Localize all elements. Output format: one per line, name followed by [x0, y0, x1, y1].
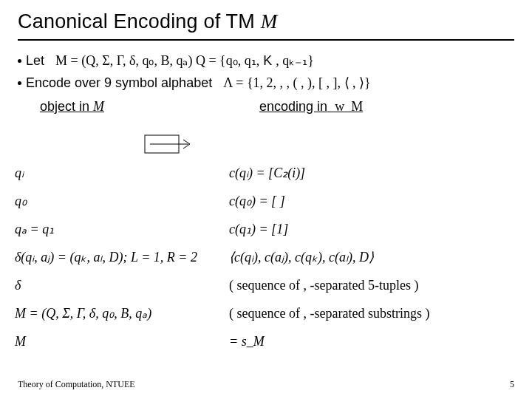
col2-header-tail: w_M — [335, 99, 363, 114]
table-row: M = s_M — [15, 327, 517, 355]
row-left: qₐ = q₁ — [15, 221, 229, 237]
col1-header-M: M — [93, 99, 104, 114]
row-right: = s_M — [229, 334, 517, 349]
bullet-2: Encode over 9 symbol alphabet Λ = {1, 2,… — [18, 73, 514, 94]
row-right: ⟨c(qᵢ), c(aⱼ), c(qₖ), c(aₗ), D⟩ — [229, 249, 517, 265]
row-right: c(q₁) = [1] — [229, 221, 517, 237]
table-row: M = (Q, Σ, Γ, δ, q₀, B, qₐ) ( sequence o… — [15, 299, 517, 327]
bullet-2-content: Encode over 9 symbol alphabet Λ = {1, 2,… — [26, 73, 371, 94]
bullet-dot-icon — [18, 59, 21, 63]
bullet-list: Let M = (Q, Σ, Γ, δ, q₀, B, qₐ) Q = {q₀,… — [18, 51, 514, 117]
title-M: M — [261, 10, 278, 33]
col1-header-text: object in — [40, 99, 93, 114]
row-left: qᵢ — [15, 165, 229, 181]
table-row: q₀ c(q₀) = [ ] — [15, 187, 517, 215]
title-text: Canonical Encoding of TM — [18, 10, 261, 33]
table-row: qᵢ c(qᵢ) = [C₂(i)] — [15, 159, 517, 187]
encoding-table: qᵢ c(qᵢ) = [C₂(i)] q₀ c(q₀) = [ ] qₐ = q… — [15, 159, 517, 355]
row-left: δ(qᵢ, aⱼ) = (qₖ, aₗ, D); L = 1, R = 2 — [15, 249, 229, 265]
bullet-2-math: Λ = {1, 2, , , ( , ), [ , ], ⟨ , ⟩} — [223, 75, 371, 90]
row-left: δ — [15, 278, 229, 293]
bullet-1-text: Let — [26, 53, 44, 68]
footer-left: Theory of Computation, NTUEE — [18, 379, 135, 390]
bullet-dot-icon — [18, 81, 21, 85]
table-row: δ ( sequence of , -separated 5-tuples ) — [15, 271, 517, 299]
row-right: ( sequence of , -separated 5-tuples ) — [229, 278, 517, 293]
row-left: M = (Q, Σ, Γ, δ, q₀, B, qₐ) — [15, 305, 229, 321]
bullet-1-math-tail: , qₖ₋₁} — [276, 53, 314, 68]
bullet-1-K: K — [263, 53, 272, 68]
row-right: ( sequence of , -separated substrings ) — [229, 306, 517, 321]
slide: Canonical Encoding of TM M Let M = (Q, Σ… — [0, 0, 532, 399]
bullet-1: Let M = (Q, Σ, Γ, δ, q₀, B, qₐ) Q = {q₀,… — [18, 51, 514, 72]
col1-header: object in M — [40, 97, 104, 117]
bullet-2-text: Encode over 9 symbol alphabet — [26, 75, 212, 90]
table-row: δ(qᵢ, aⱼ) = (qₖ, aₗ, D); L = 1, R = 2 ⟨c… — [15, 243, 517, 271]
arrow-icon — [144, 134, 196, 154]
row-right: c(q₀) = [ ] — [229, 193, 517, 209]
row-left: M — [15, 334, 229, 349]
col2-header: encoding in w_M — [259, 97, 363, 117]
slide-title: Canonical Encoding of TM M — [18, 10, 514, 41]
row-right: c(qᵢ) = [C₂(i)] — [229, 165, 517, 181]
bullet-1-math: M = (Q, Σ, Γ, δ, q₀, B, qₐ) Q = {q₀, q₁, — [55, 53, 259, 68]
column-headers: object in M encoding in w_M — [18, 97, 514, 117]
bullet-1-content: Let M = (Q, Σ, Γ, δ, q₀, B, qₐ) Q = {q₀,… — [26, 51, 314, 72]
table-row: qₐ = q₁ c(q₁) = [1] — [15, 215, 517, 243]
footer: Theory of Computation, NTUEE 5 — [18, 379, 514, 390]
page-number: 5 — [510, 379, 514, 390]
row-left: q₀ — [15, 193, 229, 209]
col2-header-text: encoding in — [259, 99, 327, 114]
